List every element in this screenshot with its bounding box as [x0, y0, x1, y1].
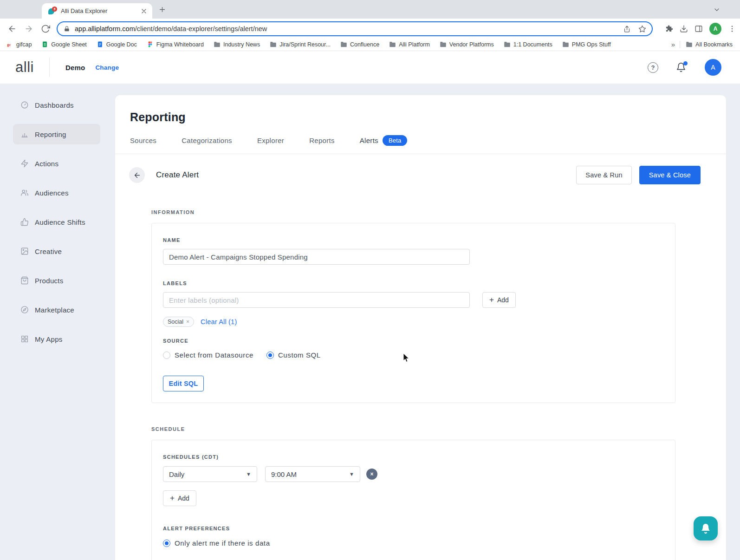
thumbs-up-icon: [20, 218, 29, 226]
change-client-link[interactable]: Change: [95, 64, 119, 71]
bookmark-item[interactable]: Industry News: [214, 41, 260, 48]
forward-button[interactable]: [24, 24, 33, 33]
bookmark-label: Google Sheet: [51, 41, 86, 48]
doc-icon: [97, 41, 104, 48]
notifications-fab[interactable]: [694, 516, 718, 540]
tab[interactable]: Sources: [130, 137, 156, 144]
bookmark-item[interactable]: PMG Ops Stuff: [562, 41, 611, 48]
side-panel-icon[interactable]: [695, 25, 703, 33]
bell-icon: [700, 523, 711, 534]
bookmark-item[interactable]: Confluence: [340, 41, 379, 48]
plus-icon: +: [489, 295, 494, 305]
folder-icon: [214, 41, 221, 48]
bookmarks-overflow-chevrons[interactable]: »: [671, 40, 675, 48]
bookmark-item[interactable]: Google Sheet: [41, 41, 86, 48]
radio-custom-sql[interactable]: Custom SQL: [266, 351, 321, 359]
folder-icon: [686, 41, 693, 48]
folder-icon: [340, 41, 347, 48]
tab-close-icon[interactable]: [140, 7, 148, 15]
beta-badge: Beta: [383, 135, 408, 146]
help-icon[interactable]: ?: [648, 62, 658, 73]
chip-remove-icon[interactable]: ×: [186, 319, 189, 325]
sidebar-item[interactable]: Creative: [13, 241, 100, 261]
bookmark-label: Vendor Platforms: [449, 41, 494, 48]
downloads-icon[interactable]: [680, 25, 688, 33]
time-select[interactable]: 9:00 AM ▼: [265, 466, 360, 482]
tab-label: Reports: [309, 137, 335, 144]
label-chip[interactable]: Social ×: [163, 317, 194, 327]
client-name: Demo: [65, 64, 85, 72]
radio-only-alert-if-data[interactable]: Only alert me if there is data: [163, 539, 664, 547]
radio-unchecked-icon: [163, 352, 170, 359]
add-label-button[interactable]: +Add: [482, 292, 516, 308]
sidebar-item[interactable]: Audiences: [13, 182, 100, 203]
schedule-section: SCHEDULE SCHEDULES (CDT) Daily ▼ 9:00 AM…: [151, 426, 675, 560]
tab[interactable]: Categorizations: [182, 137, 232, 144]
bookmark-item[interactable]: Figma Whiteboard: [147, 41, 204, 48]
save-and-close-button[interactable]: Save & Close: [639, 166, 701, 184]
plus-icon: +: [170, 494, 175, 503]
folder-icon: [440, 41, 447, 48]
label-chips-row: Social × Clear All (1): [163, 317, 664, 327]
browser-profile-avatar[interactable]: A: [709, 23, 721, 35]
url-bar[interactable]: app.alliplatform.com/client/demo/data-ex…: [57, 21, 653, 36]
frequency-select[interactable]: Daily ▼: [163, 466, 257, 482]
back-button-circle[interactable]: [129, 167, 145, 183]
share-icon[interactable]: [623, 25, 631, 33]
tab[interactable]: Reports: [309, 137, 335, 144]
edit-sql-button[interactable]: Edit SQL: [163, 376, 204, 391]
browser-menu-icon[interactable]: [728, 25, 736, 33]
bookmark-label: gifcap: [16, 41, 32, 48]
information-section: INFORMATION NAME LABELS +Add Social ×: [151, 209, 675, 403]
bookmark-item[interactable]: Jira/Sprint Resour...: [270, 41, 331, 48]
sidebar-item[interactable]: Reporting: [13, 124, 100, 144]
add-schedule-button[interactable]: +Add: [163, 490, 196, 506]
browser-tab[interactable]: 5 Alli Data Explorer: [42, 3, 152, 19]
sidebar-item-label: Creative: [35, 247, 62, 255]
bookmark-item[interactable]: gc gifcap: [6, 41, 32, 48]
back-button[interactable]: [7, 24, 17, 33]
sidebar-item[interactable]: Products: [13, 270, 100, 291]
gc-icon: gc: [6, 41, 13, 48]
labels-input[interactable]: [163, 292, 470, 308]
tab-search-chevron-icon[interactable]: [713, 6, 721, 13]
alli-logo[interactable]: alli: [15, 59, 34, 76]
user-avatar[interactable]: A: [705, 59, 721, 76]
source-label: SOURCE: [163, 338, 664, 344]
schedule-panel: SCHEDULES (CDT) Daily ▼ 9:00 AM ▼ × +Add: [151, 440, 675, 560]
bookmark-label: Confluence: [350, 41, 379, 48]
bookmark-item[interactable]: Vendor Platforms: [440, 41, 494, 48]
lock-icon[interactable]: [64, 26, 70, 32]
chip-label: Social: [168, 319, 183, 325]
clear-all-link[interactable]: Clear All (1): [201, 318, 237, 326]
all-bookmarks-button[interactable]: All Bookmarks: [686, 41, 733, 48]
sidebar-item[interactable]: Marketplace: [13, 300, 100, 320]
sidebar-item[interactable]: Audience Shifts: [13, 212, 100, 232]
reload-button[interactable]: [41, 24, 50, 33]
bookmark-star-icon[interactable]: [638, 25, 646, 33]
radio-select-from-datasource[interactable]: Select from Datasource: [163, 351, 253, 359]
site-favicon-icon: 5: [48, 7, 57, 15]
tab[interactable]: Alerts Beta: [360, 135, 408, 146]
sidebar-item[interactable]: Dashboards: [13, 95, 100, 115]
alert-name-input[interactable]: [163, 249, 470, 265]
sidebar-item[interactable]: My Apps: [13, 329, 100, 349]
chevron-down-icon: ▼: [349, 471, 354, 477]
reporting-tabs: Sources Categorizations Explorer: [115, 124, 726, 154]
extensions-icon[interactable]: [665, 25, 673, 33]
save-and-run-button[interactable]: Save & Run: [576, 166, 631, 184]
new-tab-button[interactable]: [158, 6, 166, 13]
sidebar-item-label: Audience Shifts: [35, 218, 85, 226]
sidebar-item-label: Marketplace: [35, 306, 74, 314]
sidebar-item[interactable]: Actions: [13, 153, 100, 174]
bookmark-item[interactable]: 1:1 Documents: [504, 41, 552, 48]
remove-schedule-button[interactable]: ×: [366, 469, 377, 480]
tab[interactable]: Explorer: [257, 137, 284, 144]
alert-preferences-label: ALERT PREFERENCES: [163, 526, 664, 531]
bookmark-item[interactable]: Google Doc: [97, 41, 137, 48]
notifications-bell-icon[interactable]: [676, 62, 686, 72]
bag-icon: [20, 276, 29, 285]
bookmark-item[interactable]: Alli Platform: [389, 41, 430, 48]
grid-icon: [20, 335, 29, 343]
url-text[interactable]: app.alliplatform.com/client/demo/data-ex…: [75, 25, 616, 33]
